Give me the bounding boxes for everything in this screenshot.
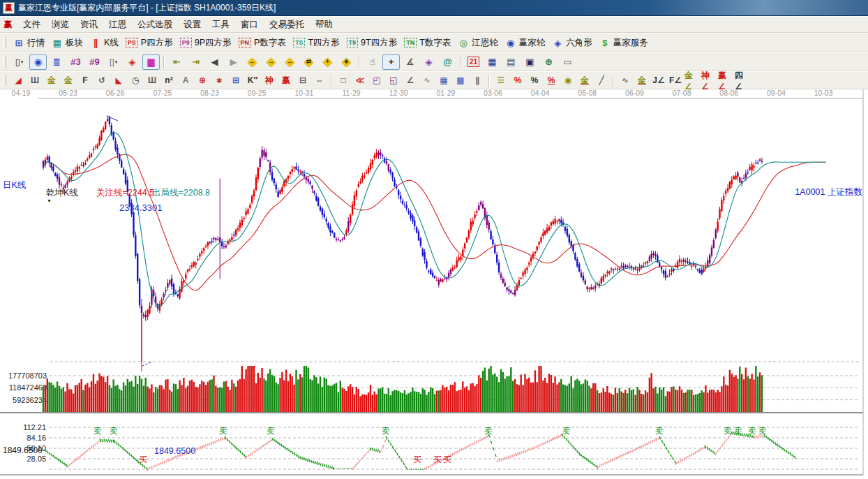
- kline-style-dropdown[interactable]: ▯▾: [10, 54, 28, 70]
- stats-list-tool[interactable]: ☰: [493, 74, 509, 87]
- grid-blue2-tool[interactable]: ▩: [453, 74, 468, 87]
- winner-service-button[interactable]: $赢家服务: [596, 36, 652, 50]
- print-button[interactable]: ▭: [559, 54, 576, 70]
- memo-tool[interactable]: ▤: [502, 54, 520, 70]
- percent-line-tool[interactable]: %: [544, 74, 559, 87]
- toolbar-grip[interactable]: [3, 57, 6, 68]
- kline-chart-svg[interactable]: 04-1905-2306-2607-2508-2309-2510-3111-29…: [0, 89, 868, 479]
- width-tool[interactable]: ⇔: [312, 74, 327, 87]
- gann-pattern-tool[interactable]: ◈: [124, 54, 141, 70]
- angle-lines-tool[interactable]: ∠: [403, 74, 418, 87]
- grid-blue-tool[interactable]: ▦: [436, 74, 451, 87]
- ying-tool[interactable]: 赢: [278, 74, 294, 87]
- circle-cross-tool[interactable]: ⊕: [195, 74, 210, 87]
- save-button[interactable]: ▣: [521, 54, 539, 70]
- crosshair-tool[interactable]: +: [382, 54, 400, 70]
- parallel-tool[interactable]: ∥: [470, 74, 485, 87]
- k-seconds-tool[interactable]: K″: [245, 74, 260, 87]
- menu-item-2[interactable]: 浏览: [46, 17, 75, 32]
- t-square-button[interactable]: TST四方形: [290, 36, 343, 50]
- wave-tool[interactable]: ∿: [618, 74, 633, 87]
- kline-button[interactable]: ∥K线: [87, 36, 122, 50]
- spiral-tool[interactable]: @: [439, 54, 456, 70]
- gold-comb2-tool[interactable]: 金: [61, 74, 76, 87]
- gold-comb-tool[interactable]: 金: [44, 74, 59, 87]
- menu-item-10[interactable]: 帮助: [310, 17, 338, 32]
- red-brush2-tool[interactable]: ◣: [111, 74, 126, 87]
- n-squared-tool[interactable]: n²: [161, 74, 177, 87]
- next-button[interactable]: ▶: [225, 54, 242, 70]
- menu-item-5[interactable]: 公式选股: [132, 17, 178, 32]
- indicator-dropdown-icon[interactable]: ▼: [47, 198, 52, 204]
- zoom-tool[interactable]: ◉: [29, 54, 47, 70]
- angle-measure-tool[interactable]: ∡: [401, 54, 419, 70]
- color-histogram-tool[interactable]: ▆: [142, 54, 160, 70]
- shift-left-diamond[interactable]: ◆←: [244, 54, 261, 70]
- network-tool[interactable]: ⊕: [540, 54, 558, 70]
- go-first-button[interactable]: ⇤: [168, 54, 186, 70]
- brush-red-tool[interactable]: ◢: [10, 74, 26, 87]
- four-angle-tool[interactable]: 四∠: [735, 74, 750, 87]
- fan-purple-tool[interactable]: ◰: [369, 74, 384, 87]
- fan-red-tool[interactable]: ≪: [352, 74, 368, 87]
- p-number-table-button[interactable]: PNP数字表: [235, 36, 290, 50]
- gold-line-tool[interactable]: 金: [577, 74, 592, 87]
- menu-item-8[interactable]: 窗口: [235, 17, 264, 32]
- a-channel-tool[interactable]: A: [178, 74, 193, 87]
- calculator-tool[interactable]: ▦: [484, 54, 501, 70]
- expand-all-diamond[interactable]: ◆∗: [338, 54, 355, 70]
- percent-cut-tool[interactable]: %: [510, 74, 525, 87]
- gold-circle-tool[interactable]: ◉: [560, 74, 576, 87]
- menu-item-1[interactable]: 文件: [17, 17, 46, 32]
- p-square-button[interactable]: PSP四方形: [122, 36, 177, 50]
- gold-underline-tool[interactable]: 金: [634, 74, 650, 87]
- zigzag-tool[interactable]: ∿: [419, 74, 435, 87]
- title-bar[interactable]: 赢 赢家江恩专业版[赢家内部服务平台] - [上证指数 SH1A0001-359…: [0, 0, 868, 16]
- info-panel-tool[interactable]: ≣: [48, 54, 66, 70]
- go-last-button[interactable]: ⇥: [187, 54, 204, 70]
- pencil-tool[interactable]: ╱: [594, 74, 609, 87]
- comb2-tool[interactable]: Ш: [144, 74, 160, 87]
- prev-button[interactable]: ◀: [206, 54, 223, 70]
- winner-wheel-button[interactable]: ◉赢家轮: [502, 36, 549, 50]
- quotes-button[interactable]: ⊞行情: [10, 36, 48, 50]
- shen-angle-tool[interactable]: 神∠: [701, 74, 717, 87]
- compress-x-diamond[interactable]: ◆⇄: [300, 54, 317, 70]
- menu-item-7[interactable]: 工具: [207, 17, 235, 32]
- clock-tool[interactable]: ◷: [128, 74, 143, 87]
- bars-9-tool[interactable]: #9: [86, 54, 103, 70]
- gann-box-tool[interactable]: ◈: [420, 54, 437, 70]
- hexagon-button[interactable]: ◈六角形: [548, 36, 596, 50]
- center-diamond[interactable]: ◆+: [319, 54, 336, 70]
- sectors-button[interactable]: ▦板块: [48, 36, 87, 50]
- gann-wheel-button[interactable]: ◎江恩轮: [454, 36, 502, 50]
- 9p-square-button[interactable]: P99P四方形: [177, 36, 235, 50]
- shen-tool[interactable]: 神: [262, 74, 277, 87]
- spiral5-tool[interactable]: ↺: [94, 74, 110, 87]
- grid12-tool[interactable]: ⊟: [295, 74, 310, 87]
- menu-item-6[interactable]: 设置: [178, 17, 207, 32]
- candle-style-dropdown[interactable]: ▯▾: [105, 54, 122, 70]
- rect-tool[interactable]: □: [336, 74, 351, 87]
- t-number-table-button[interactable]: TNT数字表: [401, 36, 454, 50]
- grid-cross-tool[interactable]: ⊞: [228, 74, 244, 87]
- 9t-square-button[interactable]: T99T四方形: [343, 36, 401, 50]
- calendar-tool[interactable]: 21: [465, 54, 482, 70]
- percent-tool[interactable]: %: [527, 74, 542, 87]
- gold-angle-tool[interactable]: 金∠: [684, 74, 700, 87]
- j-angle-tool[interactable]: J∠: [651, 74, 666, 87]
- menu-item-3[interactable]: 资讯: [75, 17, 103, 32]
- toolbar-grip[interactable]: [3, 37, 6, 48]
- overlay-indicator-name[interactable]: 乾坤K线: [46, 189, 78, 198]
- menu-item-9[interactable]: 交易委托: [264, 17, 310, 32]
- pan-hand-tool[interactable]: ☝: [364, 54, 381, 70]
- shift-right-diamond[interactable]: ◆→: [262, 54, 280, 70]
- starburst-tool[interactable]: ∗: [211, 74, 227, 87]
- expand-x-diamond[interactable]: ◆↔: [281, 54, 299, 70]
- bars-3-tool[interactable]: #3: [67, 54, 84, 70]
- toolbar-grip[interactable]: [3, 75, 6, 86]
- f-angle-tool[interactable]: F∠: [668, 74, 683, 87]
- ying-angle-tool[interactable]: 赢∠: [718, 74, 733, 87]
- fan-dark-tool[interactable]: ◱: [386, 74, 401, 87]
- comb-tool[interactable]: Ш: [27, 74, 43, 87]
